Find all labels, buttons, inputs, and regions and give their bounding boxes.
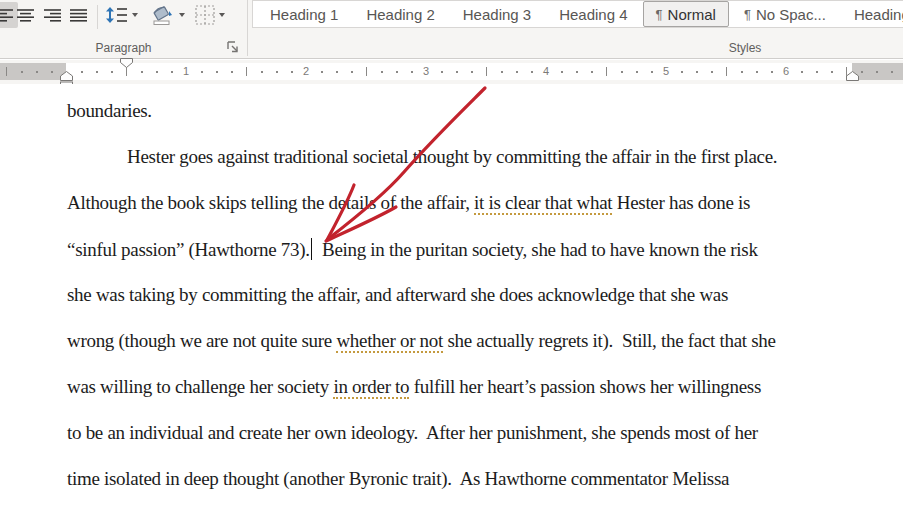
ruler-tick: [291, 71, 293, 73]
ruler-tick: [561, 71, 563, 73]
align-center-icon: [17, 9, 35, 22]
document-text-line: time isolated in deep thought (another B…: [67, 468, 729, 490]
style-item-heading-3[interactable]: Heading 3: [450, 1, 544, 27]
grammar-check-underline: it is clear that what: [474, 192, 612, 215]
borders-dropdown-arrow: [219, 13, 225, 17]
ruler-tick: [801, 71, 803, 73]
style-item-label: Heading 2: [366, 6, 434, 23]
text-run: she was taking by committing the affair,…: [67, 284, 728, 305]
document-text-line: was willing to challenge her society in …: [67, 376, 761, 398]
ruler-tick: [711, 71, 713, 73]
shading-icon: [151, 5, 175, 25]
ruler-tick: [876, 71, 878, 73]
ruler-tick: [501, 71, 503, 73]
ruler-tick: [261, 71, 263, 73]
ruler-tick: [756, 71, 758, 73]
text-run: Hester goes against traditional societal…: [127, 146, 777, 167]
style-item-label: Heading 4: [559, 6, 627, 23]
style-item-normal[interactable]: ¶Normal: [643, 1, 729, 27]
text-run: to be an individual and create her own i…: [67, 422, 758, 443]
ruler-tick: [96, 71, 98, 73]
document-text-line: boundaries.: [67, 100, 152, 122]
style-item-heading-5[interactable]: Heading 5: [841, 1, 903, 27]
justify-button[interactable]: [66, 2, 92, 28]
ruler-tick: [321, 71, 323, 73]
line-spacing-icon: [106, 7, 128, 23]
line-spacing-button[interactable]: [103, 2, 141, 28]
ruler-tick: [576, 71, 578, 73]
ruler-tick: [891, 71, 893, 73]
pilcrow-icon: ¶: [744, 7, 751, 22]
align-left-icon: [0, 9, 14, 22]
style-item-label: Heading 5: [854, 6, 903, 23]
ruler-tick: [201, 71, 203, 73]
ruler-tick: [141, 71, 143, 73]
ruler-half-tick: [246, 67, 247, 76]
ruler: 123456: [0, 60, 903, 84]
ruler-tick: [591, 71, 593, 73]
ruler-tick: [621, 71, 623, 73]
style-item-heading-4[interactable]: Heading 4: [546, 1, 640, 27]
styles-group-label: Styles: [660, 41, 830, 55]
ruler-tick: [231, 71, 233, 73]
ruler-tick: [111, 71, 113, 73]
right-indent-marker[interactable]: [846, 71, 859, 81]
document-text-line: to be an individual and create her own i…: [67, 422, 758, 444]
ruler-half-tick: [126, 67, 127, 76]
style-item-label: Heading 3: [463, 6, 531, 23]
ruler-tick: [381, 71, 383, 73]
document-text-line: wrong (though we are not quite sure whet…: [67, 330, 776, 352]
text-run: she actually regrets it). Still, the fac…: [443, 330, 776, 351]
shading-dropdown-arrow: [179, 13, 185, 17]
text-run: Hester has done is: [612, 192, 750, 213]
line-spacing-dropdown-arrow: [132, 13, 138, 17]
ruler-half-tick: [606, 67, 607, 76]
grammar-check-underline: whether or not: [336, 330, 443, 353]
ruler-inch-number: 3: [419, 65, 433, 77]
ruler-tick: [156, 71, 158, 73]
ruler-tick: [411, 71, 413, 73]
style-item-heading-1[interactable]: Heading 1: [257, 1, 351, 27]
paragraph-group-label: Paragraph: [0, 41, 247, 55]
paragraph-dialog-launcher[interactable]: [226, 40, 240, 54]
first-line-indent-marker[interactable]: [120, 58, 133, 68]
style-item-heading-2[interactable]: Heading 2: [353, 1, 447, 27]
align-right-button[interactable]: [40, 2, 66, 28]
ruler-half-tick: [486, 67, 487, 76]
document-page[interactable]: boundaries.Hester goes against tradition…: [0, 84, 903, 521]
ruler-half-tick: [366, 67, 367, 76]
text-cursor: [311, 238, 313, 260]
ruler-tick: [471, 71, 473, 73]
style-item-label: Normal: [668, 6, 716, 23]
ruler-half-tick: [6, 67, 7, 76]
document-text-line: Hester goes against traditional societal…: [127, 146, 777, 168]
ruler-tick: [636, 71, 638, 73]
text-run: Although the book skips telling the deta…: [67, 192, 474, 213]
align-center-button[interactable]: [13, 2, 39, 28]
ruler-inch-number: 5: [659, 65, 673, 77]
ruler-tick: [456, 71, 458, 73]
ruler-tick: [351, 71, 353, 73]
pilcrow-icon: ¶: [656, 7, 663, 22]
ruler-tick: [51, 71, 53, 73]
align-right-icon: [44, 9, 62, 22]
document-text-line: she was taking by committing the affair,…: [67, 284, 728, 306]
ruler-tick: [81, 71, 83, 73]
justify-icon: [70, 9, 88, 22]
ruler-tick: [831, 71, 833, 73]
shading-button[interactable]: [148, 2, 188, 28]
ruler-tick: [216, 71, 218, 73]
ruler-tick: [741, 71, 743, 73]
borders-button[interactable]: [190, 2, 230, 28]
grammar-check-underline: in order to: [333, 376, 409, 399]
ruler-tick: [396, 71, 398, 73]
ribbon: Paragraph Heading 1Heading 2Heading 3Hea…: [0, 0, 903, 59]
text-run: Being in the puritan society, she had to…: [313, 239, 758, 260]
ruler-inch-number: 1: [179, 65, 193, 77]
document-text-line: “sinful passion” (Hawthorne 73). Being i…: [67, 238, 758, 261]
ruler-tick: [861, 71, 863, 73]
style-item-no-spac[interactable]: ¶No Spac...: [731, 1, 839, 27]
ruler-tick: [276, 71, 278, 73]
text-run: wrong (though we are not quite sure: [67, 330, 336, 351]
ruler-tick: [21, 71, 23, 73]
